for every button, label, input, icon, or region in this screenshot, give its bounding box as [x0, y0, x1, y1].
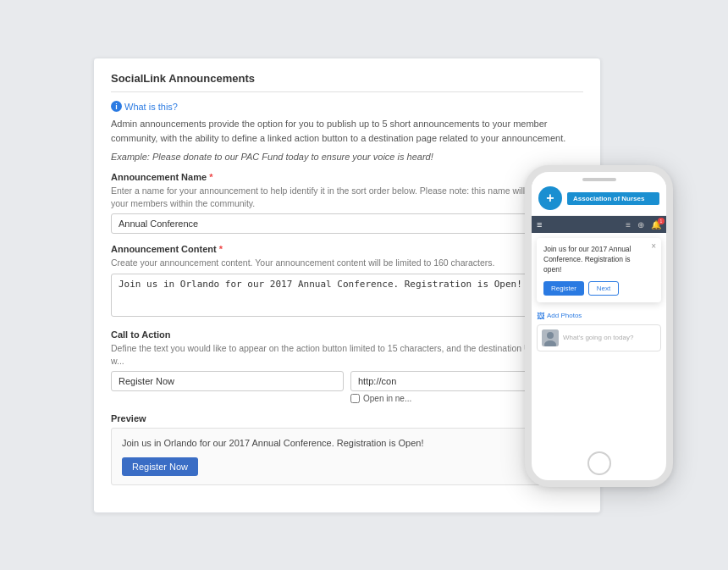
announcement-popup: × Join us for our 2017 Annual Conference… — [537, 238, 661, 302]
popup-next-button[interactable]: Next — [588, 281, 619, 296]
notification-badge: 1 — [658, 218, 665, 224]
call-to-action-label: Call to Action — [111, 329, 583, 340]
phone-home-button[interactable] — [587, 451, 611, 475]
compose-placeholder[interactable]: What's going on today? — [563, 334, 633, 341]
phone-mockup: + Association of Nurses ≡ ≡ ⊕ 🔔 1 × Join — [525, 165, 673, 487]
image-icon: 🖼 — [537, 312, 544, 320]
nav-bell-icon: 🔔 1 — [651, 220, 661, 230]
app-nav: ≡ ≡ ⊕ 🔔 1 — [532, 216, 666, 233]
add-photos-section: 🖼 Add Photos What's going on today? — [537, 307, 661, 356]
call-to-action-section: Call to Action Define the text you would… — [111, 329, 583, 403]
announcement-content-label: Announcement Content * — [111, 244, 583, 254]
compose-box: What's going on today? — [537, 324, 661, 351]
preview-box: Join us in Orlando for our 2017 Annual C… — [111, 428, 583, 484]
avatar-image — [542, 329, 559, 346]
nav-adduser-icon: ⊕ — [637, 220, 644, 230]
example-text: Example: Please donate to our PAC Fund t… — [111, 152, 583, 162]
announcement-name-input[interactable] — [111, 213, 583, 234]
popup-register-button[interactable]: Register — [543, 281, 584, 296]
announcement-content-hint: Create your announcement content. Your a… — [111, 257, 583, 269]
cta-button-input[interactable] — [111, 371, 344, 391]
what-is-link[interactable]: i What is this? — [111, 101, 583, 112]
call-to-action-hint: Define the text you would like to appear… — [111, 342, 583, 367]
info-icon: i — [111, 101, 122, 112]
card-title: SocialLink Announcements — [111, 72, 583, 92]
preview-label: Preview — [111, 413, 583, 423]
app-name: Association of Nurses — [567, 192, 659, 205]
cta-button-wrapper — [111, 371, 344, 391]
open-in-new-checkbox[interactable] — [350, 394, 360, 403]
popup-actions: Register Next — [543, 281, 654, 296]
svg-point-1 — [547, 332, 554, 339]
app-logo: + — [538, 186, 562, 210]
open-in-new-label: Open in ne... — [363, 394, 411, 403]
announcement-name-hint: Enter a name for your announcement to he… — [111, 185, 583, 209]
nav-document-icon: ≡ — [626, 220, 631, 230]
announcement-name-section: Announcement Name * Enter a name for you… — [111, 172, 583, 234]
announcement-name-label: Announcement Name * — [111, 172, 583, 182]
announcement-content-section: Announcement Content * Create your annou… — [111, 244, 583, 319]
add-photos-link[interactable]: 🖼 Add Photos — [537, 312, 661, 320]
hamburger-icon: ≡ — [537, 219, 542, 230]
app-header: + Association of Nurses — [532, 181, 666, 216]
preview-register-button[interactable]: Register Now — [122, 457, 198, 476]
announcement-content-textarea[interactable]: Join us in Orlando for our 2017 Annual C… — [111, 274, 583, 317]
preview-section: Preview Join us in Orlando for our 2017 … — [111, 413, 583, 484]
popup-close-button[interactable]: × — [651, 241, 656, 251]
popup-announcement-text: Join us for our 2017 Annual Conference. … — [543, 245, 654, 275]
cta-row: Open in ne... — [111, 371, 583, 403]
nav-icons: ≡ ⊕ 🔔 1 — [626, 220, 661, 230]
preview-text: Join us in Orlando for our 2017 Annual C… — [122, 437, 572, 450]
phone-body: + Association of Nurses ≡ ≡ ⊕ 🔔 1 × Join — [532, 181, 666, 446]
user-avatar — [542, 329, 559, 346]
description-text: Admin announcements provide the option f… — [111, 117, 583, 145]
